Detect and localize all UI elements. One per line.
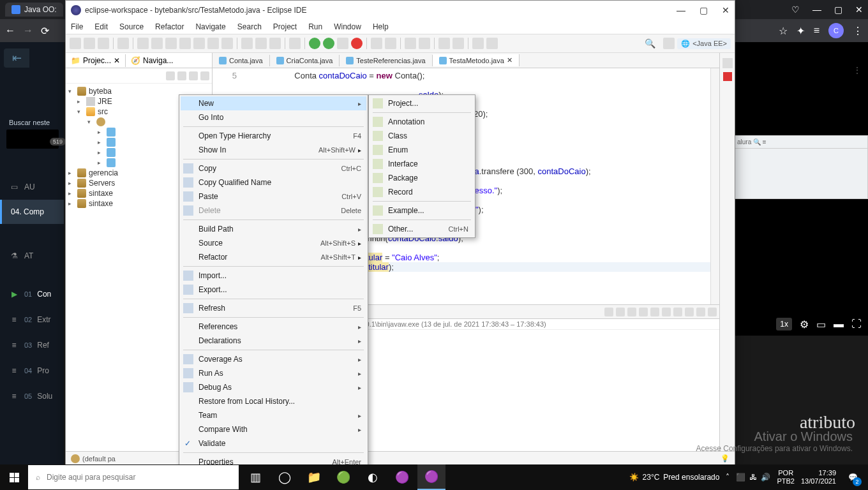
open-resource-icon[interactable] [405, 38, 416, 49]
tray-expand-icon[interactable]: ˄ [726, 473, 730, 482]
theater-icon[interactable]: ▬ [834, 318, 844, 330]
settings-icon[interactable]: ⚙ [800, 318, 809, 330]
ctx-declarations[interactable]: Declarations▸ [181, 334, 366, 348]
new-project-[interactable]: Project... [370, 96, 474, 110]
playback-speed[interactable]: 1x [776, 318, 792, 330]
open-perspective-icon[interactable] [663, 38, 675, 49]
new-interface[interactable]: Interface [370, 157, 474, 171]
ctx-restore-from-local-history-[interactable]: Restore from Local History... [181, 394, 366, 408]
sidebar-item-02[interactable]: ≡02Extr [0, 307, 64, 332]
stop-icon[interactable] [165, 38, 177, 49]
pin-console-icon[interactable] [627, 308, 636, 316]
new-server-icon[interactable] [371, 38, 382, 49]
maximize-button[interactable]: ▢ [834, 4, 842, 15]
save-icon[interactable] [84, 38, 95, 49]
media-icon[interactable]: ≡ [814, 25, 819, 36]
menu-navigate[interactable]: Navigate [195, 22, 225, 31]
ctx-run-as[interactable]: Run As▸ [181, 366, 366, 380]
display-icon[interactable] [639, 308, 648, 316]
min-icon[interactable] [696, 308, 705, 316]
debug-icon[interactable] [117, 38, 129, 49]
sidebar-item-03[interactable]: ≡03Ref [0, 332, 64, 358]
perspective-button[interactable]: 🌐 <Java EE> [677, 38, 731, 49]
sidebar-collapse-button[interactable]: ⇤ [4, 48, 29, 68]
max-icon[interactable] [708, 308, 717, 316]
profile-avatar[interactable]: C [828, 23, 844, 38]
menu-source[interactable]: Source [119, 22, 144, 31]
ctx-export-[interactable]: Export... [181, 283, 366, 297]
editor-tab-cria[interactable]: CriaConta.java [270, 55, 340, 66]
stop-red-icon[interactable] [351, 38, 363, 49]
steam-icon[interactable]: ◐ [359, 464, 387, 490]
step-over-icon[interactable] [193, 38, 205, 49]
remove-all-icon[interactable] [662, 308, 671, 316]
editor-tab-testametodo[interactable]: TestaMetodo.java ✕ [433, 54, 520, 66]
ctx-copy[interactable]: CopyCtrl+C [181, 161, 366, 175]
ctx-new[interactable]: New▸ [181, 96, 366, 110]
pin-icon[interactable] [289, 38, 301, 49]
sidebar-item-05[interactable]: ≡05Solu [0, 383, 64, 409]
annotations-icon[interactable] [419, 38, 430, 49]
skip-icon[interactable] [151, 38, 163, 49]
new-enum[interactable]: Enum [370, 143, 474, 157]
task-view-icon[interactable]: ▥ [241, 464, 269, 490]
view-menu-icon[interactable] [200, 71, 209, 80]
new-record[interactable]: Record [370, 185, 474, 199]
sidebar-item-04[interactable]: ≡04Pro [0, 358, 64, 383]
back-nav-icon[interactable] [472, 38, 484, 49]
ctx-debug-as[interactable]: Debug As▸ [181, 380, 366, 394]
editor-tab-conta[interactable]: Conta.java [213, 55, 270, 66]
link-editor-icon[interactable] [177, 71, 186, 80]
coverage-icon[interactable] [309, 38, 320, 49]
sidebar-item-play[interactable]: ▶01Con [0, 281, 64, 307]
step-out-icon[interactable] [221, 38, 233, 49]
new-icon[interactable] [70, 38, 81, 49]
lang-indicator[interactable]: POR [777, 469, 795, 477]
back-button[interactable]: ← [5, 25, 15, 36]
eclipse-minimize[interactable]: — [677, 5, 685, 15]
step-icon[interactable] [179, 38, 191, 49]
bookmark-star-icon[interactable]: ☆ [779, 25, 788, 37]
run-last-icon[interactable] [137, 38, 149, 49]
ctx-copy-qualified-name[interactable]: Copy Qualified Name [181, 175, 366, 189]
ctx-coverage-as[interactable]: Coverage As▸ [181, 352, 366, 366]
new-other-[interactable]: Other...Ctrl+N [370, 222, 474, 236]
ctx-paste[interactable]: PasteCtrl+V [181, 189, 366, 204]
editor-tab-teste[interactable]: TesteReferencias.java [340, 55, 432, 66]
explorer-tab-navigator[interactable]: 🧭 Naviga... [126, 54, 178, 67]
network-icon[interactable]: 🖧 [749, 473, 757, 482]
extension-icon[interactable]: ✦ [797, 25, 805, 37]
sidebar-item-atividade[interactable]: ⚗AT [0, 243, 64, 269]
outline-icon[interactable] [722, 58, 733, 68]
reload-button[interactable]: ⟳ [41, 25, 49, 37]
menu-project[interactable]: Project [273, 22, 297, 31]
menu-window[interactable]: Window [334, 22, 361, 31]
start-button[interactable] [0, 464, 28, 490]
search-icon-tb[interactable] [269, 38, 281, 49]
debug-green-icon[interactable] [337, 38, 348, 49]
build-icon[interactable] [241, 38, 253, 49]
overview-ruler[interactable] [710, 68, 719, 304]
clock[interactable]: 17:39 13/07/2021 [801, 469, 836, 486]
quick-access-icon[interactable]: 🔍 [645, 38, 655, 48]
lang-indicator-2[interactable]: PTB2 [777, 477, 795, 486]
next-icon[interactable] [453, 38, 464, 49]
taskbar-search[interactable]: ⌕ Digite aqui para pesquisar [28, 465, 239, 489]
pip-icon[interactable]: ▭ [816, 318, 826, 330]
sidebar-item-current[interactable]: 04. Comp [0, 200, 64, 224]
collapse-all-icon[interactable] [166, 71, 175, 80]
chrome-icon[interactable]: 🟢 [329, 464, 357, 490]
new-example-[interactable]: Example... [370, 204, 474, 218]
menu-file[interactable]: File [71, 22, 83, 31]
lock-scroll-icon[interactable] [616, 308, 625, 316]
ctx-compare-with[interactable]: Compare With▸ [181, 422, 366, 436]
terminate-icon[interactable] [673, 308, 682, 316]
ctx-import-[interactable]: Import... [181, 269, 366, 283]
menu-edit[interactable]: Edit [94, 22, 108, 31]
ctx-go-into[interactable]: Go Into [181, 110, 366, 124]
browser-tab[interactable]: Java OO: [5, 3, 63, 17]
explorer-tab-project[interactable]: 📁 Projec... ✕ [66, 54, 126, 67]
new-annotation[interactable]: Annotation [370, 115, 474, 129]
new-wizard-icon[interactable] [385, 38, 396, 49]
menu-run[interactable]: Run [308, 22, 322, 31]
